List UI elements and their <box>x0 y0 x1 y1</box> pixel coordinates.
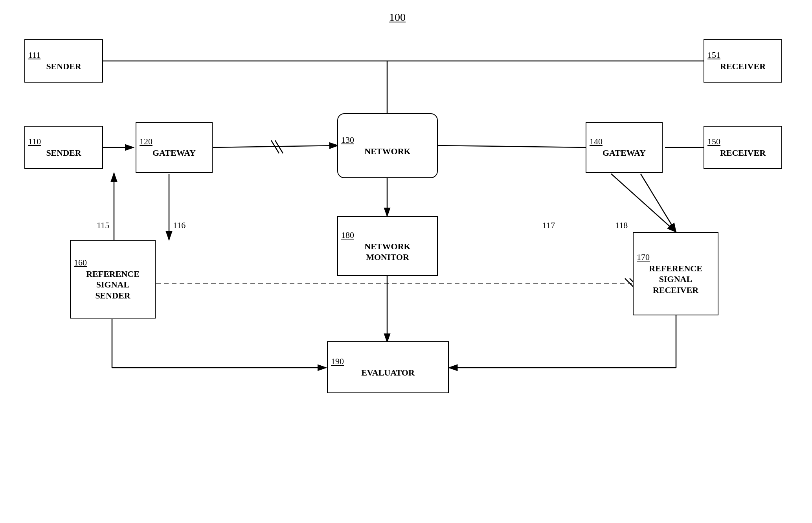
box-111: 111 SENDER <box>24 39 103 83</box>
box-120-num: 120 <box>140 136 152 147</box>
box-190-num: 190 <box>331 356 344 366</box>
box-160-label: REFERENCESIGNALSENDER <box>86 269 140 301</box>
box-151: 151 RECEIVER <box>704 39 782 83</box>
label-115: 115 <box>97 220 109 230</box>
label-118: 118 <box>615 220 628 230</box>
box-180-label: NETWORKMONITOR <box>364 241 410 263</box>
box-180: 180 NETWORKMONITOR <box>337 216 438 276</box>
svg-line-6 <box>213 145 338 147</box>
label-116: 116 <box>173 220 186 230</box>
svg-line-14 <box>641 174 676 232</box>
box-170-label: REFERENCESIGNALRECEIVER <box>649 263 702 296</box>
box-151-num: 151 <box>707 50 720 60</box>
box-170-num: 170 <box>637 252 650 262</box>
svg-line-21 <box>275 140 283 153</box>
box-150: 150 RECEIVER <box>704 126 782 169</box>
box-180-num: 180 <box>341 230 354 240</box>
box-151-label: RECEIVER <box>720 61 766 72</box>
box-140-num: 140 <box>590 136 603 147</box>
box-130: 130 NETWORK <box>337 113 438 178</box>
box-140: 140 GATEWAY <box>586 122 663 173</box>
box-190-label: EVALUATOR <box>361 367 415 378</box>
box-110-num: 110 <box>28 136 41 147</box>
box-110: 110 SENDER <box>24 126 103 169</box>
diagram: 100 <box>0 0 812 523</box>
box-130-num: 130 <box>341 135 354 145</box>
box-111-label: SENDER <box>46 61 81 72</box>
svg-line-7 <box>437 145 586 147</box>
svg-line-20 <box>271 140 279 153</box>
box-110-label: SENDER <box>46 147 81 158</box>
box-160-num: 160 <box>74 258 87 268</box>
label-117: 117 <box>542 220 555 230</box>
box-160: 160 REFERENCESIGNALSENDER <box>70 240 156 319</box>
box-120: 120 GATEWAY <box>136 122 213 173</box>
box-190: 190 EVALUATOR <box>327 341 449 393</box>
box-150-label: RECEIVER <box>720 147 766 158</box>
box-150-num: 150 <box>707 136 720 147</box>
box-120-label: GATEWAY <box>152 147 196 158</box>
box-140-label: GATEWAY <box>603 147 646 158</box>
box-111-num: 111 <box>28 50 40 60</box>
diagram-title: 100 <box>389 11 406 24</box>
box-170: 170 REFERENCESIGNALRECEIVER <box>633 232 718 315</box>
box-130-label: NETWORK <box>364 146 410 157</box>
